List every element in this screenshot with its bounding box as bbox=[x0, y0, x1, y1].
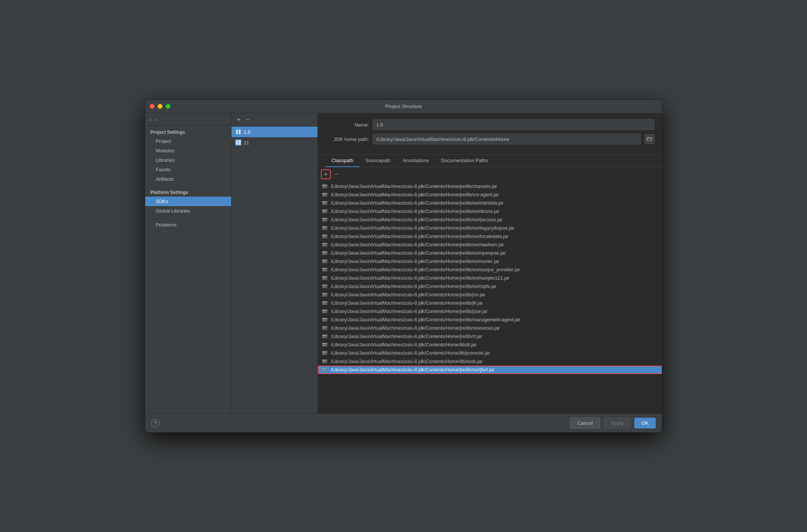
file-item[interactable]: /Library/Java/JavaVirtualMachines/zulu-8… bbox=[318, 266, 662, 274]
file-item[interactable]: /Library/Java/JavaVirtualMachines/zulu-8… bbox=[318, 216, 662, 224]
file-path: /Library/Java/JavaVirtualMachines/zulu-8… bbox=[331, 209, 499, 214]
svg-rect-75 bbox=[323, 261, 327, 262]
jar-icon bbox=[322, 233, 328, 239]
file-item[interactable]: /Library/Java/JavaVirtualMachines/zulu-8… bbox=[318, 207, 662, 216]
jar-icon bbox=[322, 308, 328, 315]
titlebar: Project Structure bbox=[145, 100, 662, 113]
file-item[interactable]: /Library/Java/JavaVirtualMachines/zulu-8… bbox=[318, 274, 662, 282]
jar-icon bbox=[322, 225, 328, 231]
jar-icon bbox=[322, 200, 328, 206]
ok-button[interactable]: OK bbox=[634, 418, 656, 429]
jar-icon bbox=[322, 217, 328, 223]
help-button[interactable]: ? bbox=[151, 419, 160, 427]
file-item[interactable]: /Library/Java/JavaVirtualMachines/zulu-8… bbox=[318, 324, 662, 332]
sdk-icon-1-8 bbox=[235, 129, 241, 135]
jar-icon bbox=[322, 283, 328, 289]
svg-rect-4 bbox=[236, 140, 238, 145]
file-item[interactable]: /Library/Java/JavaVirtualMachines/zulu-8… bbox=[318, 282, 662, 291]
file-item[interactable]: /Library/Java/JavaVirtualMachines/zulu-8… bbox=[318, 241, 662, 249]
sdk-toolbar: + − bbox=[231, 113, 317, 127]
classpath-file-list[interactable]: /Library/Java/JavaVirtualMachines/zulu-8… bbox=[318, 182, 662, 413]
svg-rect-135 bbox=[323, 335, 324, 336]
svg-rect-9 bbox=[323, 185, 324, 186]
minimize-button[interactable] bbox=[158, 104, 163, 109]
sidebar-item-project[interactable]: Project bbox=[145, 136, 231, 146]
file-item[interactable]: /Library/Java/JavaVirtualMachines/zulu-8… bbox=[318, 249, 662, 257]
tab-annotations[interactable]: Annotations bbox=[397, 155, 435, 167]
file-item[interactable]: /Library/Java/JavaVirtualMachines/zulu-8… bbox=[318, 349, 662, 357]
svg-rect-24 bbox=[324, 202, 325, 202]
file-path: /Library/Java/JavaVirtualMachines/zulu-8… bbox=[331, 334, 482, 339]
close-button[interactable] bbox=[150, 104, 155, 109]
forward-button[interactable]: › bbox=[155, 116, 156, 122]
sidebar-item-facets[interactable]: Facets bbox=[145, 165, 231, 174]
svg-rect-11 bbox=[325, 185, 326, 186]
platform-settings-header: Platform Settings bbox=[145, 186, 231, 197]
svg-rect-143 bbox=[324, 344, 325, 344]
file-item[interactable]: /Library/Java/JavaVirtualMachines/zulu-8… bbox=[318, 232, 662, 241]
svg-rect-44 bbox=[323, 227, 324, 227]
tab-documentation-paths[interactable]: Documentation Paths bbox=[435, 155, 494, 167]
back-button[interactable]: ‹ bbox=[150, 116, 152, 122]
file-item[interactable]: /Library/Java/JavaVirtualMachines/zulu-8… bbox=[318, 357, 662, 366]
svg-rect-114 bbox=[323, 310, 324, 311]
browse-button[interactable] bbox=[644, 134, 654, 144]
svg-rect-152 bbox=[323, 353, 327, 354]
tab-sourcepath[interactable]: Sourcepath bbox=[360, 155, 397, 167]
tab-classpath[interactable]: Classpath bbox=[325, 155, 360, 167]
file-item[interactable]: /Library/Java/JavaVirtualMachines/zulu-8… bbox=[318, 257, 662, 266]
svg-rect-158 bbox=[325, 360, 326, 361]
project-settings-header: Project Settings bbox=[145, 126, 231, 136]
file-item[interactable]: /Library/Java/JavaVirtualMachines/zulu-8… bbox=[318, 182, 662, 191]
file-item[interactable]: /Library/Java/JavaVirtualMachines/zulu-8… bbox=[318, 307, 662, 316]
jar-icon bbox=[322, 350, 328, 356]
file-item[interactable]: /Library/Java/JavaVirtualMachines/zulu-8… bbox=[318, 316, 662, 324]
sdk-item-1-8[interactable]: 1.8 bbox=[231, 127, 317, 137]
remove-classpath-button[interactable]: − bbox=[332, 169, 341, 179]
svg-rect-79 bbox=[323, 269, 324, 269]
jar-icon bbox=[322, 333, 328, 340]
file-item[interactable]: /Library/Java/JavaVirtualMachines/zulu-8… bbox=[318, 341, 662, 349]
file-path: /Library/Java/JavaVirtualMachines/zulu-8… bbox=[331, 342, 477, 347]
file-item[interactable]: /Library/Java/JavaVirtualMachines/zulu-8… bbox=[318, 332, 662, 341]
add-sdk-button[interactable]: + bbox=[235, 116, 243, 124]
svg-rect-151 bbox=[325, 352, 326, 352]
svg-rect-110 bbox=[323, 303, 327, 304]
sidebar-item-global-libraries[interactable]: Global Libraries bbox=[145, 206, 231, 216]
sdk-item-11[interactable]: 11 bbox=[231, 137, 317, 148]
traffic-lights bbox=[150, 104, 170, 109]
remove-sdk-button[interactable]: − bbox=[244, 116, 252, 124]
name-row: Name: bbox=[325, 119, 654, 130]
name-input[interactable] bbox=[373, 119, 654, 130]
sidebar-item-problems[interactable]: Problems bbox=[145, 220, 231, 230]
jdk-home-input[interactable] bbox=[373, 134, 641, 144]
svg-rect-102 bbox=[325, 294, 326, 294]
sidebar-item-modules[interactable]: Modules bbox=[145, 146, 231, 155]
svg-rect-55 bbox=[323, 237, 326, 238]
sdk-label-1-8: 1.8 bbox=[244, 129, 250, 135]
jar-icon bbox=[322, 208, 328, 214]
svg-rect-33 bbox=[323, 211, 327, 212]
add-classpath-button[interactable]: + bbox=[321, 169, 331, 179]
file-item[interactable]: /Library/Java/JavaVirtualMachines/zulu-8… bbox=[318, 224, 662, 232]
file-item[interactable]: /Library/Java/JavaVirtualMachines/zulu-8… bbox=[318, 199, 662, 207]
file-item[interactable]: /Library/Java/JavaVirtualMachines/zulu-8… bbox=[318, 299, 662, 307]
svg-rect-66 bbox=[324, 252, 325, 252]
sidebar-item-libraries[interactable]: Libraries bbox=[145, 155, 231, 165]
svg-rect-61 bbox=[323, 245, 327, 245]
maximize-button[interactable] bbox=[166, 104, 170, 109]
svg-rect-145 bbox=[323, 345, 327, 345]
svg-rect-87 bbox=[324, 277, 325, 277]
svg-rect-121 bbox=[323, 319, 324, 319]
svg-rect-89 bbox=[323, 278, 327, 279]
file-item[interactable]: /Library/Java/JavaVirtualMachines/zulu-8… bbox=[318, 191, 662, 199]
apply-button[interactable]: Apply bbox=[604, 418, 631, 429]
svg-rect-159 bbox=[323, 361, 327, 362]
sidebar-item-artifacts[interactable]: Artifacts bbox=[145, 174, 231, 184]
svg-rect-82 bbox=[323, 270, 327, 270]
svg-rect-30 bbox=[323, 210, 324, 211]
file-item[interactable]: /Library/Java/JavaVirtualMachines/zulu-8… bbox=[318, 366, 662, 374]
sidebar-item-sdks[interactable]: SDKs bbox=[145, 197, 231, 206]
cancel-button[interactable]: Cancel bbox=[570, 418, 600, 429]
file-item[interactable]: /Library/Java/JavaVirtualMachines/zulu-8… bbox=[318, 291, 662, 299]
